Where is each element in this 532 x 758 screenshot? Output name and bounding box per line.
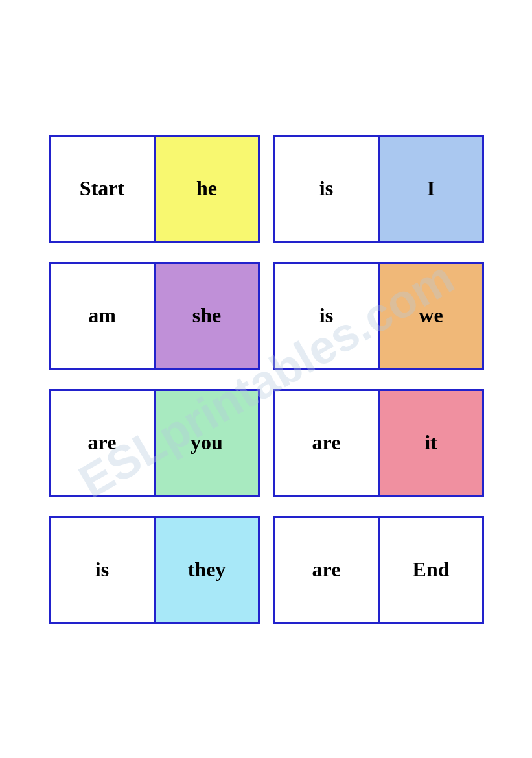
- cell-are-3: are: [275, 518, 378, 622]
- group-1a: Start he: [49, 135, 260, 243]
- cell-are-1: are: [51, 391, 154, 495]
- cell-am: am: [51, 264, 154, 368]
- cell-she: she: [154, 264, 258, 368]
- cell-start: Start: [51, 137, 154, 241]
- page: ESLprintables.com Start he is I am she i…: [0, 0, 532, 758]
- cell-you: you: [154, 391, 258, 495]
- cell-he: he: [154, 137, 258, 241]
- cell-I: I: [378, 137, 482, 241]
- row-3: are you are it: [49, 389, 484, 497]
- group-4a: is they: [49, 516, 260, 624]
- group-3b: are it: [273, 389, 484, 497]
- group-2b: is we: [273, 262, 484, 370]
- group-4b: are End: [273, 516, 484, 624]
- row-4: is they are End: [49, 516, 484, 624]
- cell-they: they: [154, 518, 258, 622]
- cell-end: End: [378, 518, 482, 622]
- cell-we: we: [378, 264, 482, 368]
- cell-is-3: is: [51, 518, 154, 622]
- cell-is-2: is: [275, 264, 378, 368]
- row-1: Start he is I: [49, 135, 484, 243]
- cell-is-1: is: [275, 137, 378, 241]
- group-1b: is I: [273, 135, 484, 243]
- cell-are-2: are: [275, 391, 378, 495]
- group-3a: are you: [49, 389, 260, 497]
- row-2: am she is we: [49, 262, 484, 370]
- cell-it: it: [378, 391, 482, 495]
- group-2a: am she: [49, 262, 260, 370]
